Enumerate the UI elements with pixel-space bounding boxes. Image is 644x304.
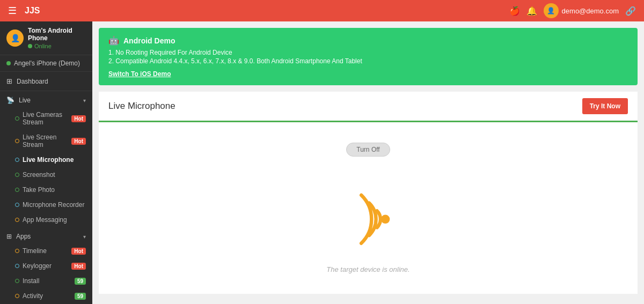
sidebar-item-label: App Messaging	[23, 216, 67, 224]
device-name: Tom's Android Phone	[28, 27, 86, 42]
user-email: demo@demo.com	[562, 7, 619, 15]
sidebar-item-live-microphone[interactable]: Live Microphone	[0, 152, 92, 167]
sidebar-item-screenshot[interactable]: Screenshot	[0, 167, 92, 182]
circle-icon	[15, 188, 19, 192]
sidebar-item-dashboard[interactable]: ⊞ Dashboard	[0, 72, 92, 91]
sidebar-item-label: Screenshot	[23, 171, 55, 179]
switch-to-ios-link[interactable]: Switch To iOS Demo	[108, 70, 171, 78]
apps-chevron-icon: ▾	[83, 234, 86, 240]
hot-badge: Hot	[71, 263, 86, 270]
banner-line2: 2. Compatible Android 4.4.x, 5.x, 6.x, 7…	[108, 57, 628, 65]
online-dot	[28, 44, 32, 48]
sidebar-item-microphone-recorder[interactable]: Microphone Recorder	[0, 197, 92, 212]
device-status: Online	[28, 43, 86, 49]
android-banner: 🤖 Android Demo 1. No Rooting Required Fo…	[99, 28, 638, 85]
live-section-header[interactable]: 📡 Live ▾	[0, 91, 92, 107]
device-avatar: 👤	[6, 29, 24, 47]
sidebar-item-label: Activity	[23, 292, 43, 300]
sidebar-item-app-messaging[interactable]: App Messaging	[0, 212, 92, 227]
sidebar-item-label: Live Microphone	[23, 156, 74, 164]
banner-line1: 1. No Rooting Required For Android Devic…	[108, 49, 628, 56]
sidebar-item-label: Take Photo	[23, 186, 55, 194]
second-device[interactable]: Angel's iPhone (Demo)	[0, 55, 92, 72]
circle-icon	[15, 218, 19, 222]
count-badge: 59	[75, 293, 86, 300]
hot-badge: Hot	[71, 115, 86, 122]
live-mic-title: Live Microphone	[108, 101, 175, 112]
sidebar-item-label: Install	[23, 277, 39, 285]
sidebar-item-take-photo[interactable]: Take Photo	[0, 182, 92, 197]
apps-section-icon: ⊞	[6, 233, 12, 240]
hamburger-icon[interactable]: ☰	[8, 5, 17, 17]
online-status-text: The target device is online.	[326, 265, 409, 273]
bell-icon[interactable]: 🔔	[526, 6, 537, 16]
circle-icon	[15, 264, 19, 268]
sidebar-item-label: Live Screen Stream	[23, 134, 71, 149]
hot-badge: Hot	[71, 138, 86, 145]
dashboard-icon: ⊞	[6, 77, 12, 85]
sidebar-item-live-screen[interactable]: Live Screen Stream Hot	[0, 130, 92, 152]
apps-section-label: Apps	[16, 233, 31, 240]
content-area: 🤖 Android Demo 1. No Rooting Required Fo…	[92, 21, 644, 304]
live-section-label: Live	[19, 97, 31, 104]
apple-icon[interactable]: 🍎	[509, 6, 520, 16]
sidebar-item-label: Live Cameras Stream	[23, 111, 71, 126]
live-mic-header: Live Microphone Try It Now	[99, 92, 638, 122]
user-info[interactable]: 👤 demo@demo.com	[544, 3, 619, 18]
second-device-name: Angel's iPhone (Demo)	[14, 60, 80, 67]
circle-icon	[15, 173, 19, 177]
sidebar-item-activity[interactable]: Activity 59	[0, 288, 92, 303]
sidebar-item-install[interactable]: Install 59	[0, 273, 92, 288]
dashboard-label: Dashboard	[17, 78, 48, 85]
svg-point-0	[381, 215, 390, 224]
turn-off-toggle[interactable]: Turn Off	[346, 143, 390, 157]
avatar: 👤	[544, 3, 559, 18]
second-device-dot	[6, 61, 11, 65]
circle-icon	[15, 203, 19, 207]
circle-icon	[15, 116, 19, 121]
sidebar-item-label: Timeline	[23, 247, 47, 255]
hot-badge: Hot	[71, 248, 86, 255]
sidebar-item-live-cameras[interactable]: Live Cameras Stream Hot	[0, 107, 92, 130]
app-logo: JJS	[25, 6, 40, 16]
count-badge: 59	[75, 278, 86, 285]
live-section-icon: 📡	[6, 97, 14, 104]
signal-icon	[333, 189, 403, 249]
header-right: 🍎 🔔 👤 demo@demo.com 🔗	[509, 3, 636, 18]
sidebar-item-label: Keylogger	[23, 262, 52, 270]
android-icon: 🤖	[108, 35, 119, 46]
sidebar-item-label: Microphone Recorder	[23, 201, 84, 209]
circle-icon	[15, 249, 19, 253]
share-icon[interactable]: 🔗	[625, 6, 636, 16]
circle-icon	[15, 294, 19, 298]
sidebar-item-keylogger[interactable]: Keylogger Hot	[0, 258, 92, 273]
apps-section-header[interactable]: ⊞ Apps ▾	[0, 227, 92, 243]
live-chevron-icon: ▾	[83, 98, 86, 103]
try-it-now-button[interactable]: Try It Now	[582, 98, 628, 114]
top-header: ☰ JJS 🍎 🔔 👤 demo@demo.com 🔗	[0, 0, 644, 21]
main-layout: 👤 Tom's Android Phone Online Angel's iPh…	[0, 21, 644, 304]
mic-content: Turn Off The target device is online.	[99, 122, 638, 294]
sidebar: 👤 Tom's Android Phone Online Angel's iPh…	[0, 21, 92, 304]
circle-icon	[15, 279, 19, 283]
circle-icon	[15, 158, 19, 162]
banner-title: Android Demo	[123, 36, 175, 45]
primary-device-section[interactable]: 👤 Tom's Android Phone Online	[0, 21, 92, 55]
sidebar-item-timeline[interactable]: Timeline Hot	[0, 243, 92, 258]
circle-icon	[15, 139, 19, 143]
